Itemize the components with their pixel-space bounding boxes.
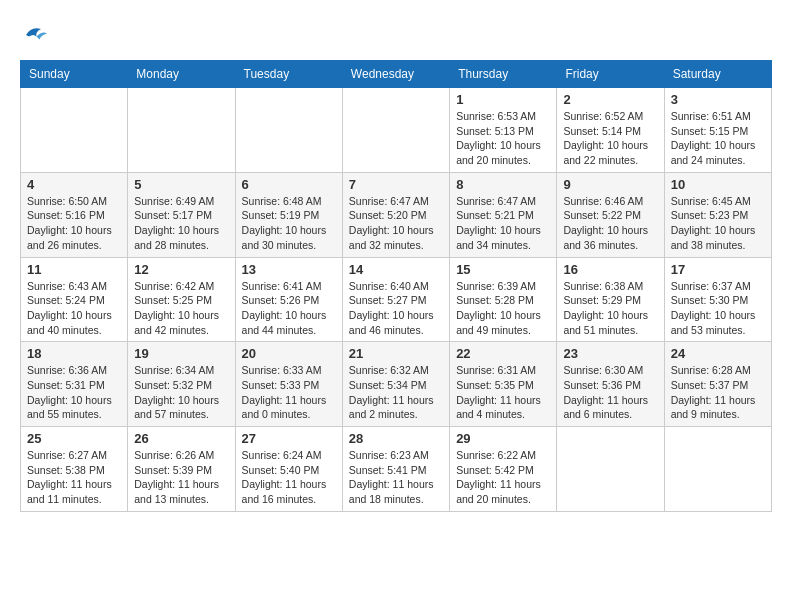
- day-number: 5: [134, 177, 228, 192]
- day-number: 18: [27, 346, 121, 361]
- calendar-cell: 24Sunrise: 6:28 AM Sunset: 5:37 PM Dayli…: [664, 342, 771, 427]
- calendar-cell: 29Sunrise: 6:22 AM Sunset: 5:42 PM Dayli…: [450, 427, 557, 512]
- calendar-cell: [342, 88, 449, 173]
- day-number: 29: [456, 431, 550, 446]
- day-info: Sunrise: 6:38 AM Sunset: 5:29 PM Dayligh…: [563, 279, 657, 338]
- calendar-cell: 12Sunrise: 6:42 AM Sunset: 5:25 PM Dayli…: [128, 257, 235, 342]
- calendar-cell: 1Sunrise: 6:53 AM Sunset: 5:13 PM Daylig…: [450, 88, 557, 173]
- calendar-header-sunday: Sunday: [21, 61, 128, 88]
- day-info: Sunrise: 6:47 AM Sunset: 5:21 PM Dayligh…: [456, 194, 550, 253]
- day-info: Sunrise: 6:47 AM Sunset: 5:20 PM Dayligh…: [349, 194, 443, 253]
- day-number: 17: [671, 262, 765, 277]
- calendar-header-row: SundayMondayTuesdayWednesdayThursdayFrid…: [21, 61, 772, 88]
- day-info: Sunrise: 6:51 AM Sunset: 5:15 PM Dayligh…: [671, 109, 765, 168]
- calendar-cell: 7Sunrise: 6:47 AM Sunset: 5:20 PM Daylig…: [342, 172, 449, 257]
- calendar-week-row: 1Sunrise: 6:53 AM Sunset: 5:13 PM Daylig…: [21, 88, 772, 173]
- calendar-cell: 13Sunrise: 6:41 AM Sunset: 5:26 PM Dayli…: [235, 257, 342, 342]
- day-number: 10: [671, 177, 765, 192]
- calendar-cell: 19Sunrise: 6:34 AM Sunset: 5:32 PM Dayli…: [128, 342, 235, 427]
- calendar-cell: 23Sunrise: 6:30 AM Sunset: 5:36 PM Dayli…: [557, 342, 664, 427]
- calendar-cell: 8Sunrise: 6:47 AM Sunset: 5:21 PM Daylig…: [450, 172, 557, 257]
- calendar-cell: 5Sunrise: 6:49 AM Sunset: 5:17 PM Daylig…: [128, 172, 235, 257]
- calendar-cell: 10Sunrise: 6:45 AM Sunset: 5:23 PM Dayli…: [664, 172, 771, 257]
- day-number: 19: [134, 346, 228, 361]
- day-info: Sunrise: 6:46 AM Sunset: 5:22 PM Dayligh…: [563, 194, 657, 253]
- day-number: 28: [349, 431, 443, 446]
- day-number: 15: [456, 262, 550, 277]
- calendar-cell: 2Sunrise: 6:52 AM Sunset: 5:14 PM Daylig…: [557, 88, 664, 173]
- day-number: 3: [671, 92, 765, 107]
- day-info: Sunrise: 6:31 AM Sunset: 5:35 PM Dayligh…: [456, 363, 550, 422]
- calendar-week-row: 11Sunrise: 6:43 AM Sunset: 5:24 PM Dayli…: [21, 257, 772, 342]
- calendar-cell: 21Sunrise: 6:32 AM Sunset: 5:34 PM Dayli…: [342, 342, 449, 427]
- day-number: 21: [349, 346, 443, 361]
- day-number: 12: [134, 262, 228, 277]
- calendar-cell: 22Sunrise: 6:31 AM Sunset: 5:35 PM Dayli…: [450, 342, 557, 427]
- calendar-cell: 6Sunrise: 6:48 AM Sunset: 5:19 PM Daylig…: [235, 172, 342, 257]
- calendar-cell: 28Sunrise: 6:23 AM Sunset: 5:41 PM Dayli…: [342, 427, 449, 512]
- day-info: Sunrise: 6:32 AM Sunset: 5:34 PM Dayligh…: [349, 363, 443, 422]
- day-info: Sunrise: 6:39 AM Sunset: 5:28 PM Dayligh…: [456, 279, 550, 338]
- day-number: 26: [134, 431, 228, 446]
- day-number: 23: [563, 346, 657, 361]
- calendar-header-tuesday: Tuesday: [235, 61, 342, 88]
- day-info: Sunrise: 6:43 AM Sunset: 5:24 PM Dayligh…: [27, 279, 121, 338]
- day-number: 2: [563, 92, 657, 107]
- header: [20, 20, 772, 50]
- calendar-cell: 20Sunrise: 6:33 AM Sunset: 5:33 PM Dayli…: [235, 342, 342, 427]
- day-info: Sunrise: 6:40 AM Sunset: 5:27 PM Dayligh…: [349, 279, 443, 338]
- day-number: 4: [27, 177, 121, 192]
- calendar-cell: [21, 88, 128, 173]
- day-info: Sunrise: 6:52 AM Sunset: 5:14 PM Dayligh…: [563, 109, 657, 168]
- calendar: SundayMondayTuesdayWednesdayThursdayFrid…: [20, 60, 772, 512]
- calendar-header-monday: Monday: [128, 61, 235, 88]
- day-number: 6: [242, 177, 336, 192]
- day-number: 1: [456, 92, 550, 107]
- logo-bird-icon: [20, 20, 50, 50]
- calendar-header-saturday: Saturday: [664, 61, 771, 88]
- day-number: 8: [456, 177, 550, 192]
- day-info: Sunrise: 6:37 AM Sunset: 5:30 PM Dayligh…: [671, 279, 765, 338]
- calendar-cell: 17Sunrise: 6:37 AM Sunset: 5:30 PM Dayli…: [664, 257, 771, 342]
- day-info: Sunrise: 6:48 AM Sunset: 5:19 PM Dayligh…: [242, 194, 336, 253]
- day-info: Sunrise: 6:28 AM Sunset: 5:37 PM Dayligh…: [671, 363, 765, 422]
- calendar-cell: 4Sunrise: 6:50 AM Sunset: 5:16 PM Daylig…: [21, 172, 128, 257]
- day-number: 11: [27, 262, 121, 277]
- day-info: Sunrise: 6:42 AM Sunset: 5:25 PM Dayligh…: [134, 279, 228, 338]
- calendar-cell: 26Sunrise: 6:26 AM Sunset: 5:39 PM Dayli…: [128, 427, 235, 512]
- day-info: Sunrise: 6:45 AM Sunset: 5:23 PM Dayligh…: [671, 194, 765, 253]
- calendar-cell: [557, 427, 664, 512]
- day-info: Sunrise: 6:41 AM Sunset: 5:26 PM Dayligh…: [242, 279, 336, 338]
- calendar-cell: 18Sunrise: 6:36 AM Sunset: 5:31 PM Dayli…: [21, 342, 128, 427]
- calendar-cell: 15Sunrise: 6:39 AM Sunset: 5:28 PM Dayli…: [450, 257, 557, 342]
- calendar-cell: 25Sunrise: 6:27 AM Sunset: 5:38 PM Dayli…: [21, 427, 128, 512]
- calendar-cell: 11Sunrise: 6:43 AM Sunset: 5:24 PM Dayli…: [21, 257, 128, 342]
- calendar-cell: [235, 88, 342, 173]
- day-info: Sunrise: 6:27 AM Sunset: 5:38 PM Dayligh…: [27, 448, 121, 507]
- calendar-header-thursday: Thursday: [450, 61, 557, 88]
- calendar-week-row: 18Sunrise: 6:36 AM Sunset: 5:31 PM Dayli…: [21, 342, 772, 427]
- calendar-cell: [664, 427, 771, 512]
- day-info: Sunrise: 6:23 AM Sunset: 5:41 PM Dayligh…: [349, 448, 443, 507]
- calendar-cell: 16Sunrise: 6:38 AM Sunset: 5:29 PM Dayli…: [557, 257, 664, 342]
- day-info: Sunrise: 6:33 AM Sunset: 5:33 PM Dayligh…: [242, 363, 336, 422]
- day-number: 9: [563, 177, 657, 192]
- day-number: 24: [671, 346, 765, 361]
- day-info: Sunrise: 6:36 AM Sunset: 5:31 PM Dayligh…: [27, 363, 121, 422]
- day-number: 27: [242, 431, 336, 446]
- day-info: Sunrise: 6:26 AM Sunset: 5:39 PM Dayligh…: [134, 448, 228, 507]
- day-number: 20: [242, 346, 336, 361]
- day-info: Sunrise: 6:34 AM Sunset: 5:32 PM Dayligh…: [134, 363, 228, 422]
- calendar-cell: [128, 88, 235, 173]
- day-info: Sunrise: 6:53 AM Sunset: 5:13 PM Dayligh…: [456, 109, 550, 168]
- day-info: Sunrise: 6:22 AM Sunset: 5:42 PM Dayligh…: [456, 448, 550, 507]
- calendar-week-row: 4Sunrise: 6:50 AM Sunset: 5:16 PM Daylig…: [21, 172, 772, 257]
- calendar-cell: 3Sunrise: 6:51 AM Sunset: 5:15 PM Daylig…: [664, 88, 771, 173]
- day-number: 22: [456, 346, 550, 361]
- day-info: Sunrise: 6:49 AM Sunset: 5:17 PM Dayligh…: [134, 194, 228, 253]
- calendar-cell: 9Sunrise: 6:46 AM Sunset: 5:22 PM Daylig…: [557, 172, 664, 257]
- logo: [20, 20, 54, 50]
- day-number: 13: [242, 262, 336, 277]
- calendar-week-row: 25Sunrise: 6:27 AM Sunset: 5:38 PM Dayli…: [21, 427, 772, 512]
- calendar-cell: 27Sunrise: 6:24 AM Sunset: 5:40 PM Dayli…: [235, 427, 342, 512]
